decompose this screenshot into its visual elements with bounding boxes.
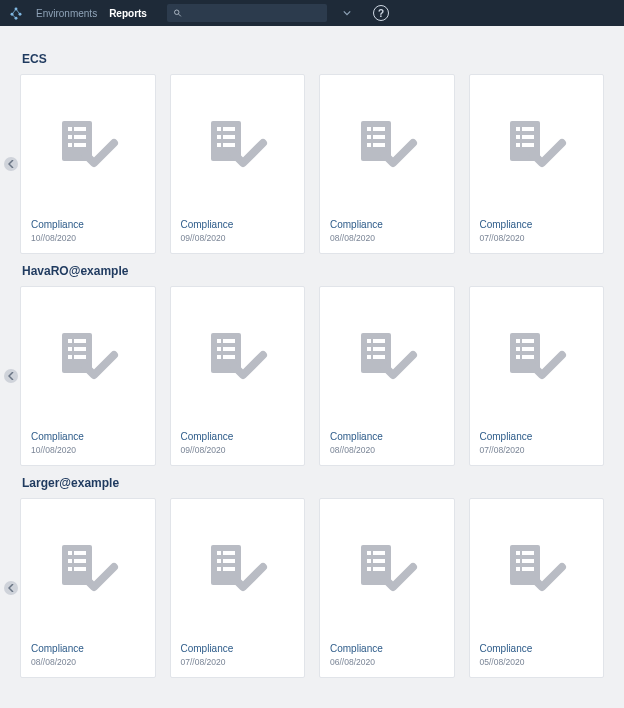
report-thumbnail — [320, 75, 454, 211]
svg-rect-32 — [522, 127, 534, 131]
svg-rect-77 — [217, 567, 221, 571]
report-date: 08//08/2020 — [31, 657, 145, 667]
report-title: Compliance — [181, 219, 295, 230]
report-meta: Compliance 07//08/2020 — [470, 211, 604, 253]
svg-rect-10 — [68, 127, 72, 131]
svg-rect-35 — [516, 143, 520, 147]
compliance-report-icon — [205, 541, 269, 593]
carousel-prev-button[interactable] — [4, 581, 18, 595]
search-input[interactable] — [188, 8, 321, 19]
compliance-report-icon — [355, 117, 419, 169]
svg-line-5 — [16, 9, 20, 14]
report-title: Compliance — [480, 219, 594, 230]
svg-rect-90 — [522, 559, 534, 563]
svg-rect-74 — [223, 551, 235, 555]
section-title: HavaRO@example — [22, 264, 604, 278]
svg-rect-47 — [217, 347, 221, 351]
report-card[interactable]: Compliance 07//08/2020 — [469, 286, 605, 466]
svg-line-8 — [179, 14, 181, 16]
help-icon: ? — [378, 8, 384, 19]
carousel-prev-button[interactable] — [4, 157, 18, 171]
report-card[interactable]: Compliance 10//08/2020 — [20, 286, 156, 466]
svg-rect-26 — [367, 135, 371, 139]
help-button[interactable]: ? — [373, 5, 389, 21]
svg-rect-66 — [68, 551, 72, 555]
svg-rect-89 — [516, 559, 520, 563]
svg-rect-14 — [68, 143, 72, 147]
svg-rect-24 — [367, 127, 371, 131]
svg-rect-64 — [522, 355, 534, 359]
report-thumbnail — [21, 287, 155, 423]
svg-rect-75 — [217, 559, 221, 563]
report-card[interactable]: Compliance 05//08/2020 — [469, 498, 605, 678]
compliance-report-icon — [504, 117, 568, 169]
compliance-report-icon — [355, 541, 419, 593]
compliance-report-icon — [56, 329, 120, 381]
report-date: 07//08/2020 — [480, 233, 594, 243]
svg-rect-61 — [516, 347, 520, 351]
svg-rect-92 — [522, 567, 534, 571]
report-card[interactable]: Compliance 08//08/2020 — [319, 286, 455, 466]
chevron-left-icon — [8, 584, 14, 592]
svg-rect-59 — [516, 339, 520, 343]
report-card[interactable]: Compliance 09//08/2020 — [170, 74, 306, 254]
svg-rect-87 — [516, 551, 520, 555]
svg-rect-60 — [522, 339, 534, 343]
svg-rect-57 — [373, 355, 385, 359]
svg-rect-62 — [522, 347, 534, 351]
svg-rect-73 — [217, 551, 221, 555]
compliance-report-icon — [504, 329, 568, 381]
svg-rect-40 — [68, 347, 72, 351]
report-title: Compliance — [330, 219, 444, 230]
svg-rect-27 — [373, 135, 385, 139]
report-thumbnail — [171, 287, 305, 423]
svg-rect-22 — [223, 143, 235, 147]
report-card[interactable]: Compliance 10//08/2020 — [20, 74, 156, 254]
app-logo[interactable] — [8, 5, 24, 21]
report-card[interactable]: Compliance 07//08/2020 — [469, 74, 605, 254]
svg-rect-82 — [367, 559, 371, 563]
report-title: Compliance — [31, 431, 145, 442]
svg-rect-85 — [373, 567, 385, 571]
carousel-prev-button[interactable] — [4, 369, 18, 383]
svg-rect-91 — [516, 567, 520, 571]
svg-rect-50 — [223, 355, 235, 359]
report-thumbnail — [320, 499, 454, 635]
chevron-left-icon — [8, 372, 14, 380]
svg-rect-25 — [373, 127, 385, 131]
section-row: Compliance 10//08/2020 Compliance 09//08… — [20, 74, 604, 254]
report-card[interactable]: Compliance 07//08/2020 — [170, 498, 306, 678]
compliance-report-icon — [56, 117, 120, 169]
svg-rect-19 — [217, 135, 221, 139]
report-card[interactable]: Compliance 09//08/2020 — [170, 286, 306, 466]
report-card[interactable]: Compliance 08//08/2020 — [20, 498, 156, 678]
svg-rect-53 — [373, 339, 385, 343]
svg-rect-68 — [68, 559, 72, 563]
search-dropdown-toggle[interactable] — [339, 5, 355, 21]
search-icon — [173, 8, 182, 18]
report-meta: Compliance 08//08/2020 — [21, 635, 155, 677]
nav-environments[interactable]: Environments — [36, 8, 97, 19]
svg-rect-15 — [74, 143, 86, 147]
nav-reports[interactable]: Reports — [109, 8, 147, 19]
svg-rect-43 — [74, 355, 86, 359]
svg-rect-83 — [373, 559, 385, 563]
report-title: Compliance — [181, 431, 295, 442]
svg-rect-11 — [74, 127, 86, 131]
svg-rect-70 — [68, 567, 72, 571]
svg-rect-42 — [68, 355, 72, 359]
svg-rect-81 — [373, 551, 385, 555]
compliance-report-icon — [205, 117, 269, 169]
report-card[interactable]: Compliance 08//08/2020 — [319, 74, 455, 254]
card-grid: Compliance 10//08/2020 Compliance 09//08… — [20, 74, 604, 254]
search-container[interactable] — [167, 4, 327, 22]
report-date: 07//08/2020 — [480, 445, 594, 455]
svg-line-4 — [12, 9, 16, 14]
svg-rect-33 — [516, 135, 520, 139]
report-meta: Compliance 06//08/2020 — [320, 635, 454, 677]
svg-rect-34 — [522, 135, 534, 139]
report-card[interactable]: Compliance 06//08/2020 — [319, 498, 455, 678]
section-row: Compliance 10//08/2020 Compliance 09//08… — [20, 286, 604, 466]
svg-rect-12 — [68, 135, 72, 139]
svg-rect-54 — [367, 347, 371, 351]
